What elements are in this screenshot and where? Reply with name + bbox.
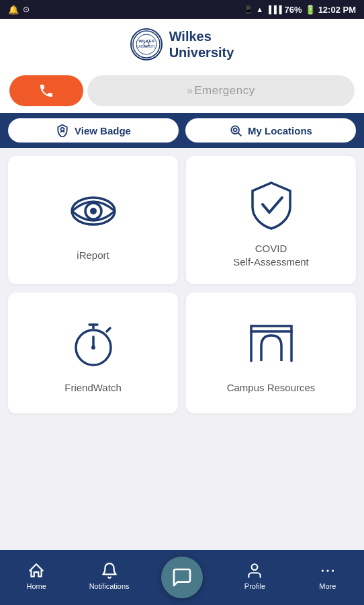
chat-icon — [171, 567, 193, 588]
view-badge-label: View Badge — [75, 125, 131, 136]
covid-card[interactable]: COVID Self-Assessment — [186, 156, 356, 284]
covid-label: COVID Self-Assessment — [233, 242, 309, 268]
svg-point-0 — [133, 31, 160, 58]
svg-point-24 — [332, 569, 334, 571]
eye-icon — [66, 184, 120, 238]
my-locations-button[interactable]: My Locations — [185, 118, 356, 143]
bell-icon — [101, 562, 118, 579]
svg-point-11 — [90, 208, 97, 214]
main-grid: iReport COVID Self-Assessment FriendWatc… — [0, 148, 364, 421]
locations-icon — [229, 124, 242, 137]
svg-point-6 — [231, 126, 239, 134]
nav-buttons-bar: View Badge My Locations — [0, 113, 364, 148]
profile-icon — [246, 562, 263, 579]
my-locations-label: My Locations — [248, 125, 312, 136]
badge-icon — [56, 124, 69, 137]
friendwatch-label: FriendWatch — [64, 381, 121, 395]
clock: 12:02 PM — [318, 5, 356, 15]
svg-point-1 — [136, 34, 156, 54]
friendwatch-card[interactable]: FriendWatch — [8, 292, 178, 413]
nav-more[interactable]: More — [291, 562, 364, 593]
svg-point-21 — [252, 564, 258, 570]
shield-check-icon — [244, 177, 298, 231]
profile-label: Profile — [244, 582, 265, 590]
svg-point-22 — [322, 569, 324, 571]
signal-icon: ▐▐▐ — [266, 5, 281, 13]
svg-text:WILKES: WILKES — [138, 39, 154, 43]
more-icon — [319, 562, 336, 579]
nav-home[interactable]: Home — [0, 562, 73, 593]
battery-icon: 🔋 — [305, 5, 316, 15]
stopwatch-icon — [66, 317, 120, 370]
campus-label: Campus Resources — [227, 381, 316, 395]
more-label: More — [319, 582, 336, 590]
chat-button[interactable] — [161, 557, 203, 598]
view-badge-button[interactable]: View Badge — [8, 118, 179, 143]
header: WILKES UNIVERSITY Wilkes University — [0, 19, 364, 69]
svg-point-23 — [326, 569, 328, 571]
nav-notifications[interactable]: Notifications — [73, 562, 145, 593]
notifications-label: Notifications — [89, 582, 130, 590]
bottom-nav: Home Notifications Profile More — [0, 550, 364, 605]
university-name: Wilkes University — [169, 28, 234, 61]
svg-line-7 — [238, 133, 242, 136]
location-icon: ⊙ — [23, 5, 30, 14]
emergency-bar: » Emergency — [0, 69, 364, 113]
status-bar-right: 📱 ▲ ▐▐▐ 76% 🔋 12:02 PM — [244, 5, 356, 15]
ireport-label: iReport — [77, 249, 109, 262]
home-label: Home — [27, 582, 46, 590]
emergency-text: Emergency — [194, 84, 255, 97]
notification-icon: 🔔 — [8, 5, 19, 15]
wifi-icon: ▲ — [256, 5, 263, 13]
home-icon — [28, 562, 45, 579]
svg-rect-18 — [251, 326, 291, 331]
nav-profile[interactable]: Profile — [218, 562, 291, 593]
status-bar: 🔔 ⊙ 📱 ▲ ▐▐▐ 76% 🔋 12:02 PM — [0, 0, 364, 19]
arch-icon — [244, 317, 298, 370]
svg-point-16 — [91, 346, 95, 350]
status-bar-left: 🔔 ⊙ — [8, 5, 30, 15]
svg-line-17 — [107, 328, 110, 331]
svg-point-8 — [234, 128, 237, 132]
university-logo: WILKES UNIVERSITY — [130, 28, 163, 61]
nav-chat-center — [146, 557, 218, 598]
battery-percent: 76% — [285, 5, 302, 15]
phone-icon — [38, 83, 54, 99]
chevron-icon: » — [187, 85, 190, 97]
campus-card[interactable]: Campus Resources — [186, 292, 356, 413]
call-button[interactable] — [9, 75, 83, 106]
phone-icon: 📱 — [244, 5, 253, 14]
ireport-card[interactable]: iReport — [8, 156, 178, 284]
emergency-label-area: » Emergency — [87, 75, 355, 106]
